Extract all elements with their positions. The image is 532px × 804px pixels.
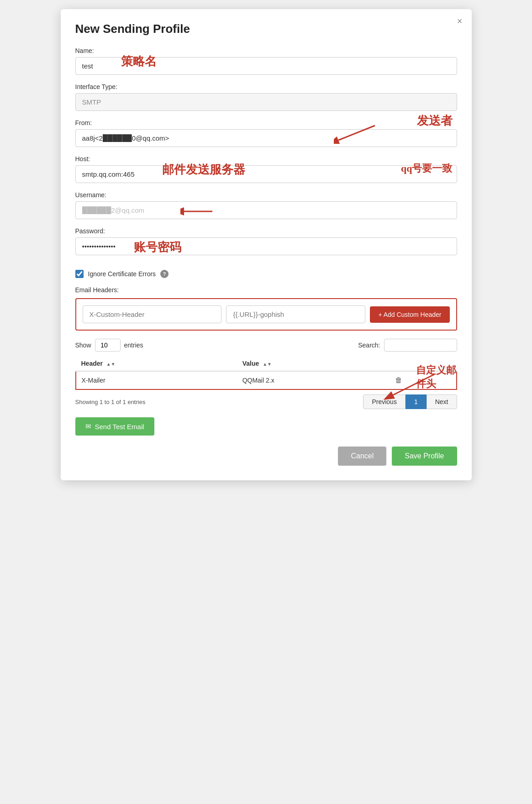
username-input[interactable]: [75, 201, 457, 219]
show-label: Show: [75, 342, 91, 349]
username-field-group: Username:: [75, 191, 457, 219]
new-sending-profile-modal: × New Sending Profile Name: 策略名 Interfac…: [61, 9, 472, 480]
send-test-email-button[interactable]: ✉ Send Test Email: [75, 417, 154, 436]
add-custom-header-button[interactable]: + Add Custom Header: [370, 306, 449, 323]
host-field-group: Host: 邮件发送服务器 qq号要一致: [75, 155, 457, 183]
from-field-group: From: 发送者: [75, 119, 457, 147]
pagination-row: Showing 1 to 1 of 1 entries Previous 1 N…: [75, 394, 457, 409]
password-input[interactable]: [75, 237, 457, 255]
entries-label: entries: [124, 342, 143, 349]
ignore-cert-checkbox[interactable]: [75, 270, 84, 278]
search-row: Search:: [358, 339, 457, 352]
delete-icon[interactable]: 🗑: [395, 376, 402, 384]
header-cell: X-Mailer: [76, 371, 237, 389]
host-label: Host:: [75, 155, 457, 163]
table-wrapper: Header ▲▼ Value ▲▼ X-Mailer QQMail 2.x 🗑: [75, 356, 457, 390]
table-controls: Show entries Search:: [75, 339, 457, 352]
host-input[interactable]: [75, 165, 457, 183]
show-entries-row: Show entries: [75, 339, 143, 352]
interface-type-input: [75, 93, 457, 111]
from-input[interactable]: [75, 129, 457, 147]
value-sort-icon[interactable]: ▲▼: [263, 362, 272, 367]
search-input[interactable]: [384, 339, 457, 352]
interface-type-label: Interface Type:: [75, 83, 457, 90]
modal-footer: Cancel Save Profile: [75, 447, 457, 466]
entries-input[interactable]: [95, 339, 121, 352]
col-value-header: Value ▲▼: [237, 356, 390, 371]
search-label: Search:: [358, 342, 380, 349]
modal-title: New Sending Profile: [75, 22, 457, 36]
send-test-label: Send Test Email: [95, 423, 144, 431]
table-row: X-Mailer QQMail 2.x 🗑: [76, 371, 457, 389]
next-button[interactable]: Next: [427, 394, 457, 409]
name-label: Name:: [75, 47, 457, 54]
value-cell: QQMail 2.x: [237, 371, 390, 389]
interface-type-group: Interface Type:: [75, 83, 457, 111]
showing-text: Showing 1 to 1 of 1 entries: [75, 399, 146, 405]
close-button[interactable]: ×: [457, 16, 463, 26]
header-name-input[interactable]: [83, 305, 222, 323]
header-value-input[interactable]: [226, 305, 365, 323]
col-header-header: Header ▲▼: [76, 356, 237, 371]
delete-cell: 🗑: [390, 371, 456, 389]
header-input-row: + Add Custom Header: [83, 305, 450, 323]
headers-table: Header ▲▼ Value ▲▼ X-Mailer QQMail 2.x 🗑: [75, 356, 457, 390]
col-actions-header: [390, 356, 456, 371]
ignore-cert-row: Ignore Certificate Errors ?: [75, 270, 457, 278]
pagination-buttons: Previous 1 Next: [363, 394, 457, 409]
name-input[interactable]: [75, 57, 457, 75]
envelope-icon: ✉: [85, 422, 91, 431]
send-test-row: ✉ Send Test Email: [75, 417, 457, 436]
help-icon[interactable]: ?: [160, 270, 169, 278]
header-sort-icon[interactable]: ▲▼: [106, 362, 116, 367]
password-field-group: Password: 账号密码: [75, 227, 457, 255]
page-1-button[interactable]: 1: [406, 394, 427, 409]
cancel-button[interactable]: Cancel: [338, 447, 386, 466]
username-label: Username:: [75, 191, 457, 199]
email-headers-label: Email Headers:: [75, 286, 457, 294]
password-label: Password:: [75, 227, 457, 235]
email-headers-group: Email Headers: + Add Custom Header: [75, 286, 457, 331]
previous-button[interactable]: Previous: [363, 394, 405, 409]
save-profile-button[interactable]: Save Profile: [392, 447, 457, 466]
name-field-group: Name: 策略名: [75, 47, 457, 75]
ignore-cert-label[interactable]: Ignore Certificate Errors: [88, 270, 156, 278]
email-headers-box: + Add Custom Header: [75, 298, 457, 331]
from-label: From:: [75, 119, 457, 126]
